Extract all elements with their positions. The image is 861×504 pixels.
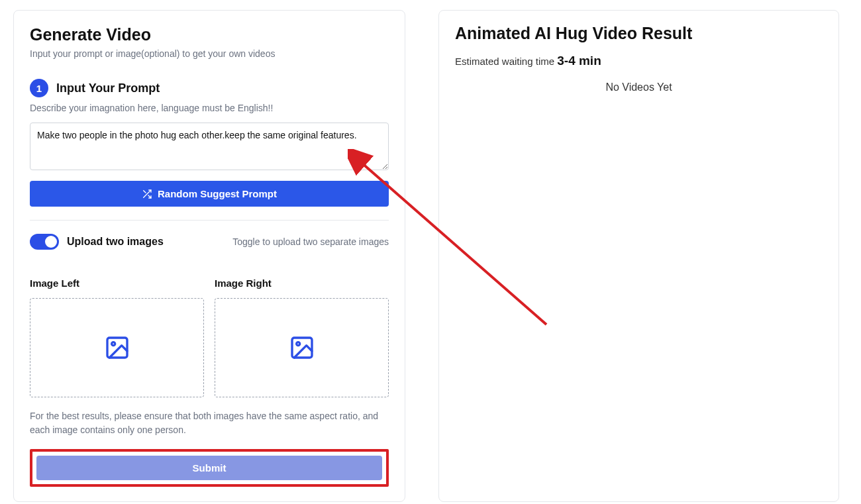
- image-left-dropzone[interactable]: [30, 298, 204, 397]
- generate-video-panel: Generate Video Input your prompt or imag…: [13, 10, 405, 502]
- shuffle-icon: [142, 189, 152, 199]
- image-left-label: Image Left: [30, 277, 204, 289]
- svg-point-3: [296, 342, 299, 346]
- upload-note: For the best results, please ensure that…: [30, 409, 389, 437]
- result-panel: Animated AI Hug Video Result Estimated w…: [438, 10, 839, 502]
- toggle-knob: [45, 236, 57, 248]
- submit-highlight-box: Submit: [30, 449, 389, 487]
- svg-point-1: [111, 342, 115, 346]
- panel-title: Generate Video: [30, 25, 389, 44]
- step-number-badge: 1: [30, 79, 48, 97]
- submit-button[interactable]: Submit: [36, 456, 382, 480]
- no-videos-message: No Videos Yet: [455, 81, 823, 93]
- image-icon: [104, 334, 130, 361]
- waiting-time-value: 3-4 min: [557, 54, 601, 68]
- step-header: 1 Input Your Prompt: [30, 79, 389, 97]
- section-divider: [30, 220, 389, 221]
- waiting-time-row: Estimated waiting time 3-4 min: [455, 54, 823, 68]
- result-title: Animated AI Hug Video Result: [455, 24, 823, 43]
- image-right-label: Image Right: [215, 277, 389, 289]
- waiting-time-prefix: Estimated waiting time: [455, 56, 557, 67]
- panel-subtitle: Input your prompt or image(optional) to …: [30, 48, 389, 59]
- prompt-textarea[interactable]: [30, 123, 389, 170]
- upload-toggle-label: Upload two images: [67, 236, 164, 248]
- random-suggest-button[interactable]: Random Suggest Prompt: [30, 181, 389, 207]
- image-icon: [289, 334, 315, 361]
- random-suggest-label: Random Suggest Prompt: [158, 188, 277, 199]
- step-description: Describe your imagnation here, language …: [30, 103, 389, 113]
- image-right-dropzone[interactable]: [215, 298, 389, 397]
- upload-header: Upload two images Toggle to upload two s…: [30, 234, 389, 250]
- upload-toggle-help: Toggle to upload two separate images: [232, 236, 389, 247]
- step-label: Input Your Prompt: [56, 81, 160, 95]
- upload-two-images-toggle[interactable]: [30, 234, 59, 250]
